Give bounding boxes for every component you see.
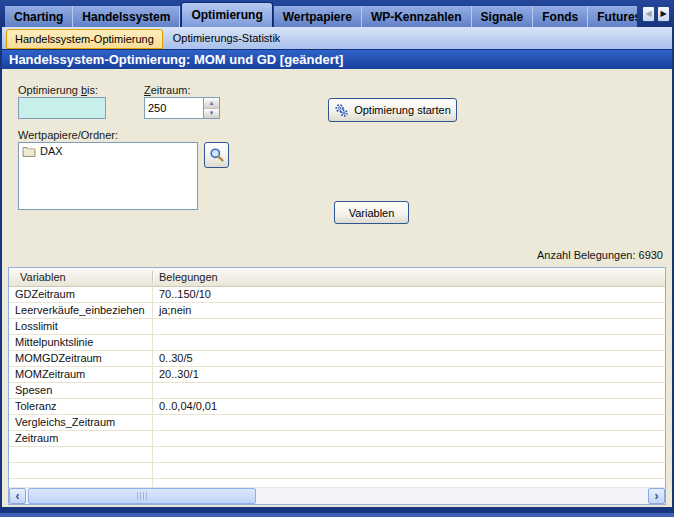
cell-belegung	[152, 319, 665, 335]
main-tab[interactable]: WP-Kennzahlen	[362, 6, 472, 27]
cell-belegung: 0..0,04/0,01	[152, 399, 665, 415]
page-title: Handelssystem-Optimierung: MOM und GD [g…	[2, 49, 672, 69]
folder-icon	[22, 146, 36, 157]
table-row[interactable]: GDZeitraum 70..150/10	[9, 287, 665, 303]
table-row[interactable]: MOMGDZeitraum 0..30/5	[9, 351, 665, 367]
cell-belegung	[152, 415, 665, 431]
cell-variable: Losslimit	[9, 319, 152, 335]
search-button[interactable]	[204, 142, 229, 168]
wertpapiere-listbox[interactable]: DAX	[18, 142, 198, 210]
main-tab[interactable]: Fonds	[533, 6, 588, 27]
cell-variable: Zeitraum	[9, 431, 152, 447]
cell-belegung: ja;nein	[152, 303, 665, 319]
main-tab[interactable]: Signale	[472, 6, 534, 27]
magnifier-icon	[209, 147, 225, 163]
main-tab-label: Signale	[481, 10, 524, 24]
variablen-table-panel: Variablen Belegungen GDZeitraum 70..150/…	[8, 267, 666, 505]
main-tab-label: Optimierung	[191, 8, 262, 22]
anzahl-belegungen: Anzahl Belegungen: 6930	[537, 249, 663, 261]
column-header-variablen[interactable]: Variablen	[9, 271, 152, 283]
table-row[interactable]: Toleranz 0..0,04/0,01	[9, 399, 665, 415]
table-row[interactable]: Losslimit	[9, 319, 665, 335]
sub-tab-label: Optimierungs-Statistik	[173, 32, 281, 44]
tab-scroll-right-button[interactable]: ▶	[657, 6, 670, 22]
cell-belegung: 20..30/1	[152, 367, 665, 383]
variablen-label: Variablen	[349, 207, 395, 219]
table-row[interactable]: MOMZeitraum 20..30/1	[9, 367, 665, 383]
cell-belegung: 70..150/10	[152, 287, 665, 303]
table-body: GDZeitraum 70..150/10 Leerverkäufe_einbe…	[9, 287, 665, 487]
window-bottom-edge	[0, 510, 674, 517]
list-item-label: DAX	[40, 145, 63, 157]
wertpapiere-label: Wertpapiere/Ordner:	[18, 129, 118, 141]
sub-tab-label: Handelssystem-Optimierung	[15, 33, 154, 45]
table-row[interactable]: Zeitraum	[9, 431, 665, 447]
sub-tab[interactable]: Optimierungs-Statistik	[163, 27, 291, 49]
list-item[interactable]: DAX	[19, 143, 197, 159]
cell-variable: MOMZeitraum	[9, 367, 152, 383]
main-tab[interactable]: Optimierung	[181, 2, 272, 27]
cell-belegung	[152, 383, 665, 399]
spin-up-button[interactable]: ▲	[204, 98, 219, 108]
table-row[interactable]: Vergleichs_Zeitraum	[9, 415, 665, 431]
gears-icon	[334, 103, 349, 118]
anzahl-belegungen-value: 6930	[639, 249, 663, 261]
tab-scroll-left-button[interactable]: ◀	[642, 6, 655, 22]
main-tab-label: Handelssystem	[82, 10, 170, 24]
sub-tab-bar: Handelssystem-Optimierung Optimierungs-S…	[2, 27, 672, 49]
optimierung-starten-button[interactable]: Optimierung starten	[328, 98, 457, 122]
table-row[interactable]: Leerverkäufe_einbeziehen ja;nein	[9, 303, 665, 319]
cell-variable: MOMGDZeitraum	[9, 351, 152, 367]
cell-variable: Spesen	[9, 383, 152, 399]
content-area: Optimierung bis: Zeitraum: ▲ ▼	[2, 69, 672, 507]
main-tab-label: Fonds	[542, 10, 578, 24]
variablen-button[interactable]: Variablen	[334, 201, 409, 224]
main-tab-label: Futures	[597, 10, 641, 24]
table-row[interactable]: Mittelpunktslinie	[9, 335, 665, 351]
application-window: Charting Handelssystem Optimierung Wertp…	[0, 0, 674, 517]
optimierung-bis-label: Optimierung bis:	[18, 84, 98, 96]
chevron-left-icon: ‹	[16, 490, 20, 502]
main-tab-label: WP-Kennzahlen	[371, 10, 462, 24]
main-tab[interactable]: Handelssystem	[73, 6, 180, 27]
main-tab-label: Charting	[14, 10, 63, 24]
page-title-text: Handelssystem-Optimierung: MOM und GD [g…	[9, 52, 343, 67]
scroll-right-button[interactable]: ›	[648, 488, 665, 504]
table-header: Variablen Belegungen	[9, 268, 665, 287]
main-tab-bar: Charting Handelssystem Optimierung Wertp…	[0, 0, 674, 27]
cell-variable: Toleranz	[9, 399, 152, 415]
up-arrow-icon: ▲	[209, 100, 215, 106]
main-tab[interactable]: Wertpapiere	[274, 6, 362, 27]
left-arrow-icon: ◀	[645, 9, 651, 18]
horizontal-scrollbar[interactable]: ‹ ›	[9, 487, 665, 504]
cell-variable: Mittelpunktslinie	[9, 335, 152, 351]
cell-belegung	[152, 335, 665, 351]
column-header-belegungen[interactable]: Belegungen	[152, 271, 665, 283]
cell-belegung: 0..30/5	[152, 351, 665, 367]
main-tab-label: Wertpapiere	[283, 10, 352, 24]
zeitraum-input[interactable]	[145, 98, 203, 118]
cell-variable: Vergleichs_Zeitraum	[9, 415, 152, 431]
optimierung-starten-label: Optimierung starten	[354, 104, 451, 116]
cell-variable: Leerverkäufe_einbeziehen	[9, 303, 152, 319]
zeitraum-spinner: ▲ ▼	[144, 97, 220, 119]
down-arrow-icon: ▼	[209, 110, 215, 116]
chevron-right-icon: ›	[655, 490, 659, 502]
zeitraum-label: Zeitraum:	[144, 84, 190, 96]
cell-belegung	[152, 431, 665, 447]
spin-down-button[interactable]: ▼	[204, 108, 219, 119]
table-row[interactable]: Spesen	[9, 383, 665, 399]
tab-scroll-controls: ◀ ▶	[637, 0, 674, 27]
sub-tab[interactable]: Handelssystem-Optimierung	[6, 29, 163, 49]
main-tab[interactable]: Charting	[5, 6, 73, 27]
cell-variable: GDZeitraum	[9, 287, 152, 303]
scroll-left-button[interactable]: ‹	[9, 488, 26, 504]
scrollbar-thumb[interactable]	[28, 488, 256, 504]
right-arrow-icon: ▶	[660, 9, 666, 18]
optimierung-bis-input[interactable]	[18, 97, 106, 119]
grip-icon	[137, 492, 148, 500]
